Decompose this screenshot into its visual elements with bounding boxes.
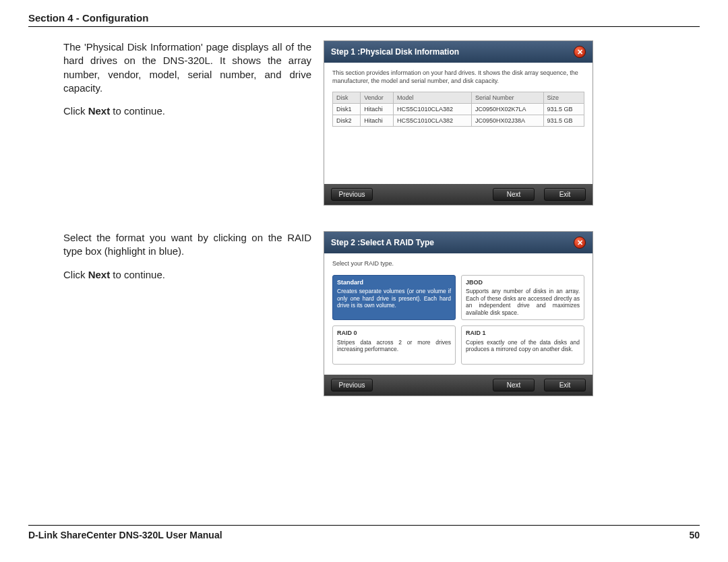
table-header-row: Disk Vendor Model Serial Number Size: [333, 92, 584, 104]
close-icon[interactable]: ✕: [574, 46, 586, 58]
step2-panel: Step 2 :Select A RAID Type ✕ Select your…: [324, 231, 593, 396]
step1-instruction: Click Next to continue.: [63, 104, 311, 118]
disk-table: Disk Vendor Model Serial Number Size Dis…: [332, 92, 584, 127]
exit-button[interactable]: Exit: [544, 379, 586, 392]
step2-block: Select the format you want by clicking o…: [28, 231, 700, 396]
raid-option-raid0[interactable]: RAID 0 Stripes data across 2 or more dri…: [332, 325, 456, 365]
next-button[interactable]: Next: [493, 379, 535, 392]
step1-panel-desc: This section provides information on you…: [332, 69, 584, 85]
raid-option-jbod[interactable]: JBOD Supports any number of disks in an …: [461, 275, 584, 321]
close-icon[interactable]: ✕: [574, 237, 586, 249]
step1-panel: Step 1 :Physical Disk Information ✕ This…: [324, 40, 593, 206]
step1-block: The 'Physical Disk Information' page dis…: [28, 40, 700, 206]
exit-button[interactable]: Exit: [544, 188, 586, 201]
step1-panel-title: Step 1 :Physical Disk Information ✕: [324, 41, 593, 63]
step2-desc: Select the format you want by clicking o…: [63, 231, 311, 259]
page-footer: D-Link ShareCenter DNS-320L User Manual …: [28, 525, 700, 540]
step2-panel-desc: Select your RAID type.: [332, 260, 584, 268]
table-row: Disk2 Hitachi HCS5C1010CLA382 JC0950HX02…: [333, 115, 584, 127]
raid-options-grid: Standard Creates separate volumes (or on…: [332, 275, 584, 365]
step2-text: Select the format you want by clicking o…: [28, 231, 311, 396]
page-number: 50: [689, 530, 700, 540]
step1-desc: The 'Physical Disk Information' page dis…: [63, 40, 311, 95]
step2-panel-footer: Previous Next Exit: [324, 375, 593, 396]
step1-panel-footer: Previous Next Exit: [324, 184, 593, 205]
raid-option-raid1[interactable]: RAID 1 Copies exactly one of the data di…: [461, 325, 584, 365]
step1-text: The 'Physical Disk Information' page dis…: [28, 40, 311, 206]
section-title: Section 4 - Configuration: [28, 12, 148, 24]
next-button[interactable]: Next: [493, 188, 535, 201]
step2-panel-title: Step 2 :Select A RAID Type ✕: [324, 232, 593, 253]
table-row: Disk1 Hitachi HCS5C1010CLA382 JC0950HX02…: [333, 104, 584, 115]
previous-button[interactable]: Previous: [331, 188, 373, 201]
previous-button[interactable]: Previous: [331, 379, 373, 392]
footer-title: D-Link ShareCenter DNS-320L User Manual: [28, 530, 222, 540]
raid-option-standard[interactable]: Standard Creates separate volumes (or on…: [332, 275, 456, 321]
step2-instruction: Click Next to continue.: [63, 268, 311, 282]
page-header: Section 4 - Configuration: [28, 12, 700, 27]
